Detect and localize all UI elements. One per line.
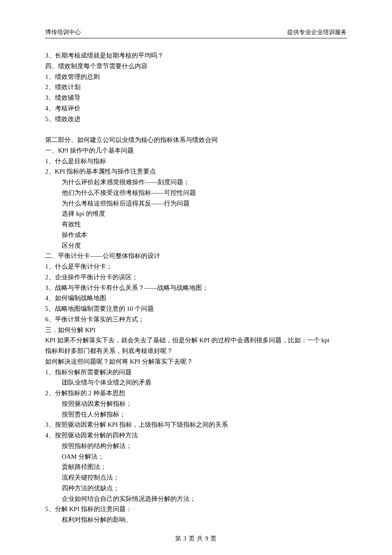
- body-line: 3、战略与平衡计分卡有什么关系？——战略与战略地图；: [45, 283, 347, 293]
- body-line: 选择 kpi 的维度: [45, 208, 347, 219]
- body-line: 4、按照驱动因素分解的四种方法: [45, 430, 347, 441]
- body-line: 操作成本: [45, 230, 347, 240]
- blank-line: [45, 124, 347, 135]
- body-line: 5、绩效改进: [45, 114, 347, 124]
- body-line: 6、平衡计算分卡落实的三种方式；: [45, 314, 347, 325]
- body-line: 4、如何编制战略地图: [45, 293, 347, 304]
- body-line: KPI 如果不分解落实下去，就会失去了基础，但是分解 KPI 的过程中会遇到很多…: [45, 335, 347, 346]
- body-line: 区分度: [45, 240, 347, 251]
- body-line: 2、分解指标的 2 种基本思想: [45, 388, 347, 399]
- body-line: 三．如何分解 KPI: [45, 325, 347, 335]
- body-line: 3、长期考核成绩就是短期考核的平均吗？: [45, 50, 347, 61]
- body-line: 5、战略地图编制需要注意的 10 个问题: [45, 304, 347, 314]
- body-line: 四种方法的优缺点；: [45, 483, 347, 494]
- body-line: 四、绩效制度每个章节需要什么内容: [45, 61, 347, 72]
- body-line: 一、KPI 操作中的几个基本问题: [45, 145, 347, 156]
- body-line: 如何解决这些问题呢？如何将 KPI 分解落实下去呢？: [45, 356, 347, 367]
- body-line: 团队业绩与个体业绩之间的矛盾: [45, 377, 347, 388]
- body-line: 2、KPI 指标的基本属性与操作注意要点: [45, 166, 347, 177]
- body-line: 4、考核评价: [45, 103, 347, 114]
- body-line: 有效性: [45, 219, 347, 230]
- body-line: 企业如何结合自己的实际情况选择分解的方法；: [45, 494, 347, 504]
- body-line: 指标和好多部门都有关系，到底考核谁好呢？: [45, 346, 347, 356]
- body-line: 5、分解 KPI 指标的注意问题：: [45, 504, 347, 515]
- body-line: 第二部分、如何建立公司以业绩为核心的指标体系与绩效合同: [45, 135, 347, 145]
- header-left: 博传培训中心: [45, 27, 81, 37]
- body-line: 1、什么是目标与指标: [45, 156, 347, 167]
- body-line: 他们为什么不接受这些考核指标——可控性问题: [45, 188, 347, 198]
- body-line: 1、指标分解所需要解决的问题: [45, 367, 347, 378]
- document-page: 博传培训中心 提供专业企业培训服务 3、长期考核成绩就是短期考核的平均吗？四、绩…: [0, 0, 392, 555]
- body-line: 为什么考核这些指标后适得其反——行为问题: [45, 198, 347, 209]
- body-line: 按照责任人分解指标；: [45, 409, 347, 420]
- body-line: 二、平衡计分卡——公司整体指标的设计: [45, 251, 347, 261]
- body-line: 按照驱动因素分解指标；: [45, 399, 347, 409]
- body-line: 按照指标的结构分解法；: [45, 441, 347, 451]
- header-right: 提供专业企业培训服务: [287, 27, 347, 37]
- body-line: 贡献路径图法；: [45, 462, 347, 472]
- body-line: 2、绩效计划: [45, 82, 347, 92]
- page-header: 博传培训中心 提供专业企业培训服务: [45, 27, 347, 38]
- body-line: 3、按照驱动因素分解 KPI 指标，上级指标与下级指标之间的关系: [45, 419, 347, 430]
- body-line: 1、什么是平衡计分卡；: [45, 261, 347, 272]
- body-line: OAM 分解法；: [45, 451, 347, 462]
- body-line: 2、企业操作平衡计分卡的误区；: [45, 272, 347, 283]
- body-line: 3、绩效辅导: [45, 92, 347, 103]
- document-body: 3、长期考核成绩就是短期考核的平均吗？四、绩效制度每个章节需要什么内容1、绩效管…: [45, 50, 347, 525]
- body-line: 为什么评价起来感觉很难操作——刻度问题；: [45, 177, 347, 188]
- page-footer: 第 3 页 共 9 页: [45, 534, 347, 543]
- body-line: 1、绩效管理的总则: [45, 72, 347, 82]
- body-line: 权利对指标分解的影响、: [45, 515, 347, 525]
- body-line: 流程关键控制点法；: [45, 472, 347, 483]
